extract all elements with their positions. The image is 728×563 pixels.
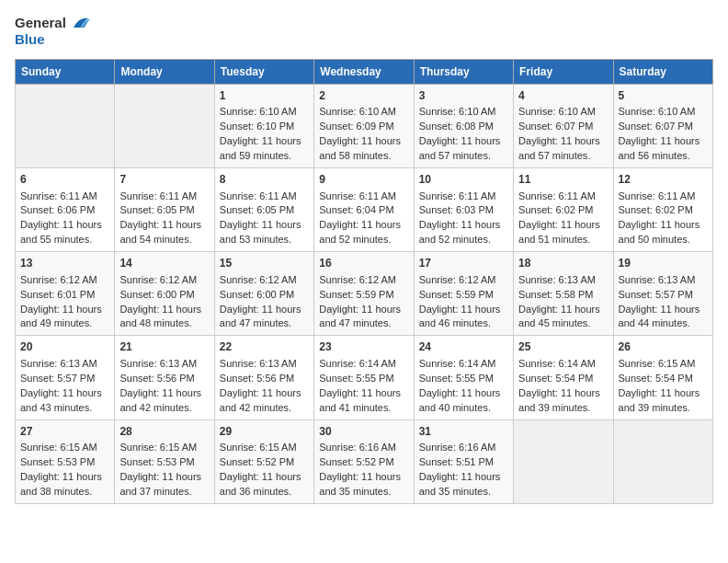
day-info-line: Sunset: 6:02 PM [619, 203, 708, 218]
day-number: 18 [518, 256, 608, 271]
day-info-line: Sunrise: 6:13 AM [619, 273, 708, 288]
day-info-line: Daylight: 11 hours and 50 minutes. [619, 218, 708, 247]
day-info-line: Sunrise: 6:10 AM [518, 105, 608, 120]
day-info-line: Sunrise: 6:12 AM [20, 273, 109, 288]
calendar-cell: 4Sunrise: 6:10 AMSunset: 6:07 PMDaylight… [514, 85, 613, 168]
calendar-cell: 24Sunrise: 6:14 AMSunset: 5:55 PMDayligh… [414, 336, 513, 419]
calendar-cell: 25Sunrise: 6:14 AMSunset: 5:54 PMDayligh… [514, 336, 613, 419]
day-info-line: Sunrise: 6:14 AM [419, 357, 508, 372]
day-info-line: Sunset: 6:07 PM [619, 120, 708, 134]
day-header-thursday: Thursday [414, 60, 513, 85]
day-number: 3 [419, 88, 508, 104]
day-number: 19 [619, 256, 708, 271]
day-info-line: Daylight: 11 hours and 47 minutes. [220, 303, 309, 332]
day-info-line: Daylight: 11 hours and 41 minutes. [319, 386, 408, 416]
day-info-line: Sunset: 6:05 PM [119, 203, 209, 218]
day-info-line: Sunrise: 6:11 AM [518, 190, 608, 204]
calendar-cell: 18Sunrise: 6:13 AMSunset: 5:58 PMDayligh… [514, 252, 613, 336]
day-number: 13 [20, 256, 109, 271]
day-info-line: Daylight: 11 hours and 45 minutes. [518, 303, 608, 332]
day-info-line: Daylight: 11 hours and 58 minutes. [319, 134, 408, 164]
calendar-cell: 10Sunrise: 6:11 AMSunset: 6:03 PMDayligh… [414, 168, 513, 252]
day-info-line: Daylight: 11 hours and 42 minutes. [220, 386, 309, 416]
day-number: 9 [319, 172, 408, 188]
calendar-cell [115, 85, 214, 168]
day-number: 6 [20, 172, 109, 188]
day-header-wednesday: Wednesday [314, 60, 414, 85]
day-number: 5 [619, 88, 708, 104]
logo-blue: Blue [15, 31, 45, 48]
day-number: 22 [220, 339, 309, 355]
day-number: 17 [419, 256, 508, 271]
day-info-line: Sunrise: 6:12 AM [119, 273, 209, 288]
day-info-line: Sunrise: 6:13 AM [220, 357, 309, 372]
day-info-line: Sunrise: 6:10 AM [419, 105, 508, 120]
day-header-saturday: Saturday [613, 60, 712, 85]
page-header: General Blue [15, 15, 713, 48]
day-info-line: Sunset: 5:59 PM [319, 288, 408, 303]
day-info-line: Sunset: 5:52 PM [220, 455, 309, 470]
day-info-line: Sunset: 5:56 PM [119, 372, 209, 386]
day-number: 14 [119, 256, 209, 271]
day-info-line: Sunrise: 6:11 AM [419, 190, 508, 204]
calendar-cell [514, 419, 613, 503]
week-row-2: 6Sunrise: 6:11 AMSunset: 6:06 PMDaylight… [16, 168, 713, 252]
day-info-line: Sunrise: 6:15 AM [220, 441, 309, 455]
calendar-cell: 13Sunrise: 6:12 AMSunset: 6:01 PMDayligh… [16, 252, 115, 336]
day-info-line: Daylight: 11 hours and 51 minutes. [518, 218, 608, 247]
calendar-cell: 21Sunrise: 6:13 AMSunset: 5:56 PMDayligh… [115, 336, 214, 419]
day-number: 30 [319, 424, 408, 440]
week-row-4: 20Sunrise: 6:13 AMSunset: 5:57 PMDayligh… [16, 336, 713, 419]
day-info-line: Daylight: 11 hours and 38 minutes. [20, 470, 109, 500]
day-header-sunday: Sunday [16, 60, 115, 85]
day-info-line: Daylight: 11 hours and 35 minutes. [419, 470, 508, 500]
calendar-cell: 29Sunrise: 6:15 AMSunset: 5:52 PMDayligh… [214, 419, 313, 503]
day-info-line: Sunrise: 6:16 AM [319, 441, 408, 455]
day-info-line: Sunset: 5:53 PM [20, 455, 109, 470]
day-number: 24 [419, 339, 508, 355]
calendar-cell: 16Sunrise: 6:12 AMSunset: 5:59 PMDayligh… [314, 252, 414, 336]
day-info-line: Daylight: 11 hours and 55 minutes. [20, 218, 109, 247]
day-info-line: Sunrise: 6:11 AM [20, 190, 109, 204]
day-info-line: Sunrise: 6:10 AM [220, 105, 309, 120]
day-info-line: Sunset: 6:09 PM [319, 120, 408, 134]
day-number: 15 [220, 256, 309, 271]
day-info-line: Sunset: 6:10 PM [220, 120, 309, 134]
day-info-line: Daylight: 11 hours and 48 minutes. [119, 303, 209, 332]
day-info-line: Daylight: 11 hours and 57 minutes. [518, 134, 608, 164]
logo-container: General Blue [15, 15, 90, 48]
calendar-cell: 5Sunrise: 6:10 AMSunset: 6:07 PMDaylight… [613, 85, 712, 168]
week-row-3: 13Sunrise: 6:12 AMSunset: 6:01 PMDayligh… [16, 252, 713, 336]
day-info-line: Sunrise: 6:14 AM [518, 357, 608, 372]
day-info-line: Daylight: 11 hours and 35 minutes. [319, 470, 408, 500]
day-info-line: Sunset: 6:00 PM [119, 288, 209, 303]
calendar-table: SundayMondayTuesdayWednesdayThursdayFrid… [15, 59, 713, 504]
day-number: 27 [20, 424, 109, 440]
day-info-line: Sunrise: 6:11 AM [119, 190, 209, 204]
calendar-cell: 11Sunrise: 6:11 AMSunset: 6:02 PMDayligh… [514, 168, 613, 252]
calendar-cell: 6Sunrise: 6:11 AMSunset: 6:06 PMDaylight… [16, 168, 115, 252]
day-info-line: Daylight: 11 hours and 47 minutes. [319, 303, 408, 332]
calendar-cell: 14Sunrise: 6:12 AMSunset: 6:00 PMDayligh… [115, 252, 214, 336]
day-info-line: Sunset: 5:56 PM [220, 372, 309, 386]
week-row-5: 27Sunrise: 6:15 AMSunset: 5:53 PMDayligh… [16, 419, 713, 503]
day-info-line: Sunrise: 6:13 AM [20, 357, 109, 372]
calendar-cell: 7Sunrise: 6:11 AMSunset: 6:05 PMDaylight… [115, 168, 214, 252]
logo-bird-icon [70, 15, 90, 31]
day-info-line: Sunset: 5:55 PM [319, 372, 408, 386]
day-info-line: Sunrise: 6:11 AM [319, 190, 408, 204]
day-info-line: Sunset: 6:00 PM [220, 288, 309, 303]
calendar-cell: 17Sunrise: 6:12 AMSunset: 5:59 PMDayligh… [414, 252, 513, 336]
day-info-line: Sunrise: 6:10 AM [619, 105, 708, 120]
day-number: 29 [220, 424, 309, 440]
day-info-line: Sunrise: 6:12 AM [220, 273, 309, 288]
day-info-line: Sunset: 6:01 PM [20, 288, 109, 303]
calendar-cell: 27Sunrise: 6:15 AMSunset: 5:53 PMDayligh… [16, 419, 115, 503]
day-number: 8 [220, 172, 309, 188]
calendar-cell: 2Sunrise: 6:10 AMSunset: 6:09 PMDaylight… [314, 85, 414, 168]
day-info-line: Sunrise: 6:11 AM [220, 190, 309, 204]
calendar-cell: 20Sunrise: 6:13 AMSunset: 5:57 PMDayligh… [16, 336, 115, 419]
day-info-line: Sunset: 5:51 PM [419, 455, 508, 470]
calendar-cell: 26Sunrise: 6:15 AMSunset: 5:54 PMDayligh… [613, 336, 712, 419]
day-info-line: Sunset: 5:54 PM [518, 372, 608, 386]
